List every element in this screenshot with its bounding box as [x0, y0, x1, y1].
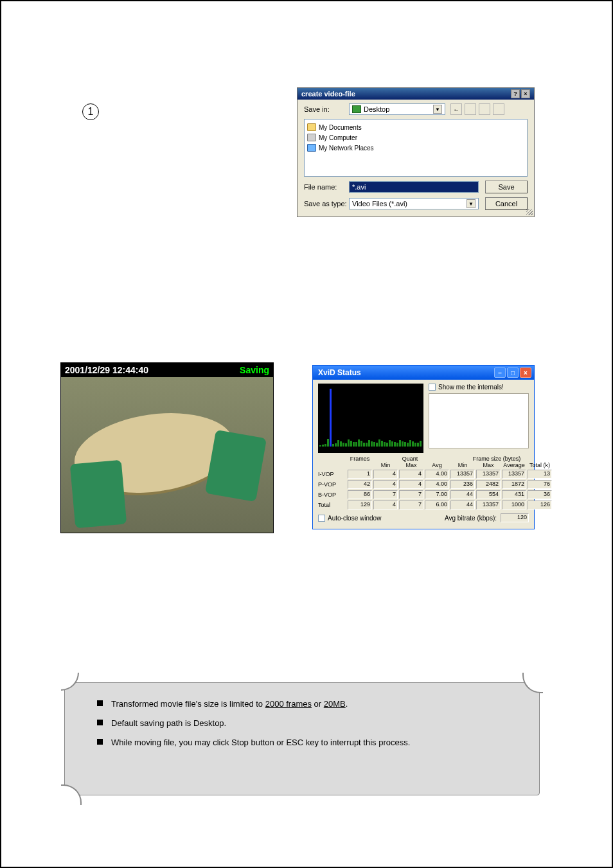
xvid-titlebar[interactable]: XviD Status – □ × — [313, 366, 534, 380]
chart-bar — [330, 389, 332, 447]
save-as-type-dropdown[interactable]: Video Files (*.avi) ▼ — [349, 198, 479, 209]
chart-bar — [391, 441, 393, 447]
xvid-title: XviD Status — [318, 368, 361, 377]
chevron-down-icon[interactable]: ▼ — [433, 105, 442, 114]
folder-icon — [307, 123, 316, 131]
xvid-status-dialog: XviD Status – □ × Show me the internals! — [312, 365, 535, 529]
list-item-label: My Documents — [319, 124, 362, 131]
list-item-label: My Network Places — [319, 145, 374, 152]
totk-cell: 36 — [528, 490, 552, 499]
bullet-icon — [97, 739, 103, 745]
smin-cell: 13357 — [450, 470, 475, 479]
chart-bar — [420, 441, 422, 447]
smax-cell: 554 — [476, 490, 501, 499]
internals-panel — [429, 393, 529, 448]
chart-bar — [337, 440, 339, 447]
note-text: . — [346, 699, 348, 709]
back-icon[interactable]: ← — [450, 103, 462, 115]
chevron-down-icon[interactable]: ▼ — [466, 199, 475, 208]
show-internals-checkbox[interactable]: Show me the internals! — [429, 384, 529, 391]
help-icon[interactable]: ? — [511, 89, 520, 98]
note-text: While moving file, you may click Stop bu… — [111, 738, 410, 747]
qmin-cell: 4 — [373, 480, 398, 489]
frames-cell: 42 — [348, 480, 372, 489]
save-in-value: Desktop — [364, 105, 389, 113]
quant-header: Quant — [373, 456, 447, 462]
avg-bitrate-label: Avg bitrate (kbps): — [445, 515, 497, 522]
chart-bar — [342, 443, 344, 447]
chart-bar — [366, 443, 368, 447]
list-item[interactable]: My Computer — [307, 132, 524, 143]
savg-cell: 13357 — [502, 470, 526, 479]
qmax-cell: 4 — [399, 470, 423, 479]
frame-size-chart — [318, 384, 423, 453]
list-item[interactable]: My Documents — [307, 122, 524, 132]
scroll-curl-icon — [61, 784, 82, 805]
chart-bar — [360, 441, 362, 447]
qmin-cell: 7 — [373, 490, 398, 499]
chart-bar — [376, 443, 378, 447]
chart-bar — [355, 442, 357, 447]
chart-bar — [394, 442, 396, 447]
note-text: Transformed movie file's size is limited… — [111, 699, 265, 709]
file-list-pane[interactable]: My Documents My Computer My Network Plac… — [304, 119, 528, 177]
file-name-label: File name: — [304, 183, 349, 191]
frames-cell: 86 — [348, 490, 372, 499]
note-box: Transformed movie file's size is limited… — [64, 682, 540, 795]
note-bullet-3: While moving file, you may click Stop bu… — [111, 737, 513, 748]
chart-bar — [402, 441, 404, 447]
resize-grip-icon[interactable] — [526, 209, 533, 215]
chart-bar — [350, 441, 352, 447]
stats-group-headers: Frames Quant Frame size (bytes) — [318, 456, 529, 462]
list-item[interactable]: My Network Places — [307, 143, 524, 153]
new-folder-icon[interactable] — [479, 103, 490, 115]
chart-bar — [389, 440, 391, 447]
save-button[interactable]: Save — [485, 181, 528, 193]
views-icon[interactable] — [493, 103, 504, 115]
auto-close-checkbox[interactable]: Auto-close window — [318, 515, 381, 522]
cancel-button-label: Cancel — [495, 200, 517, 208]
desktop-icon — [352, 105, 361, 113]
chart-bar — [332, 444, 334, 447]
row-label: B-VOP — [318, 492, 346, 498]
chart-bar — [381, 441, 383, 447]
chart-bar — [335, 443, 337, 447]
save-dialog-titlebar[interactable]: create video-file ? × — [298, 88, 534, 100]
maximize-icon[interactable]: □ — [507, 368, 519, 378]
savg-cell: 431 — [502, 490, 526, 499]
frames-header: Frames — [348, 456, 372, 462]
col-average: Average — [502, 462, 526, 468]
step-number-1: 1 — [82, 103, 99, 120]
chart-bar — [363, 443, 365, 447]
qavg-cell: 6.00 — [425, 500, 449, 509]
chair-shape — [70, 460, 127, 529]
checkbox-icon — [318, 515, 325, 522]
close-icon[interactable]: × — [520, 368, 531, 378]
chart-bar — [340, 441, 342, 447]
frames-cell: 129 — [348, 500, 372, 509]
qavg-cell: 7.00 — [425, 490, 449, 499]
chart-bar — [414, 443, 416, 447]
smax-cell: 13357 — [476, 470, 501, 479]
chart-bar — [407, 443, 409, 447]
file-name-input[interactable]: *.avi — [349, 181, 479, 193]
note-bullet-2: Default saving path is Desktop. — [111, 718, 513, 729]
minimize-icon[interactable]: – — [494, 368, 506, 378]
note-underline-1: 2000 frames — [265, 699, 312, 709]
qmin-cell: 4 — [373, 470, 398, 479]
cancel-button[interactable]: Cancel — [485, 197, 528, 210]
save-dialog: create video-file ? × Save in: Desktop ▼… — [297, 87, 535, 217]
up-one-level-icon[interactable] — [465, 103, 476, 115]
chart-bar — [348, 439, 350, 447]
checkbox-icon — [429, 384, 436, 391]
save-in-dropdown[interactable]: Desktop ▼ — [349, 103, 445, 115]
qmax-cell: 7 — [399, 490, 423, 499]
row-label: Total — [318, 502, 346, 508]
chart-bar — [319, 445, 321, 447]
chart-bar — [412, 441, 414, 447]
row-label: I-VOP — [318, 471, 346, 477]
save-in-label: Save in: — [304, 105, 349, 113]
chart-bar — [371, 441, 373, 447]
close-icon[interactable]: × — [521, 89, 530, 98]
frames-cell: 1 — [348, 470, 372, 479]
